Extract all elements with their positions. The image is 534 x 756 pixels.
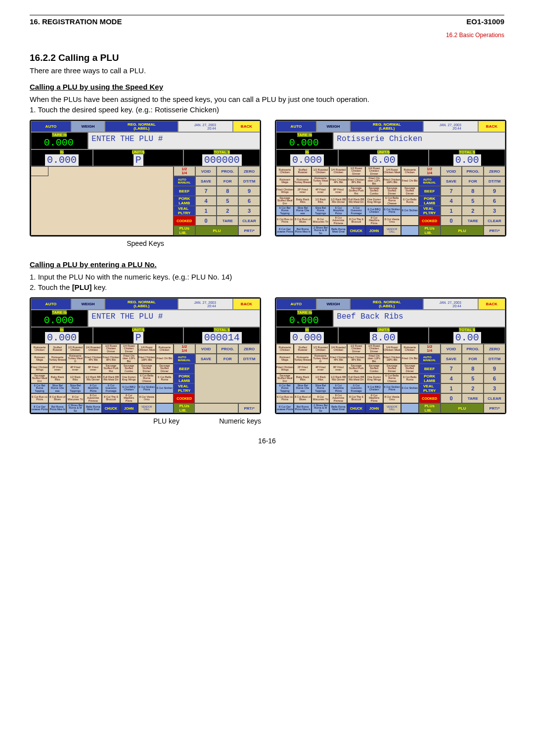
speed-key[interactable]: 6 Cut Sicilian Pizza [138,383,156,393]
speed-key[interactable]: CHUCK [347,226,365,236]
speed-key[interactable]: Rotisserie Chicken [276,166,294,176]
num-7[interactable]: 7 [441,186,462,196]
speed-key[interactable]: Sausage Stuffed Pork Rst [102,364,120,374]
speed-key[interactable]: Fried Chi cken 12Pc Bkt [365,176,383,186]
frac-1-2-button[interactable]: 1/21/4 [174,344,195,354]
speed-key[interactable]: Slice Bel Roma Che ese [48,383,66,393]
speed-key[interactable]: Sausage Stuffed Meal Dnr [276,196,294,206]
speed-key[interactable]: 8 Cut MepStra Pizza [365,393,383,403]
speed-key[interactable]: Sausage Stuffed Pork Rst [102,186,120,196]
num-6[interactable]: 6 [484,196,505,206]
speed-key[interactable]: Fried Chicken 8Pc Bkt [102,176,120,186]
speed-key[interactable]: Rotisserie Chicken [156,344,174,354]
speed-key[interactable]: 8 Cut Viesta Onio [383,393,401,403]
veal-pltry-cat-button[interactable]: VEALPLTRY [174,383,195,393]
speed-key[interactable]: Rotisserie Turkey Breast [294,354,312,364]
tare-button[interactable]: TARE [462,216,484,226]
speed-key[interactable]: 2P Fried inner [294,364,312,374]
weigh-button[interactable]: WEIGH [316,298,350,310]
zero-button[interactable]: ZERO [238,166,260,176]
for-button[interactable]: FOR [462,176,484,186]
speed-key[interactable]: Sausage Stuffed Dinner [138,364,156,374]
speed-key[interactable]: VENDOR CALL [138,226,156,236]
speed-key[interactable]: 1/4 Roast Chicken Meal [383,166,401,176]
speed-key[interactable]: Fried Chicken 4Pc Bkt [84,354,102,364]
for-button[interactable]: FOR [217,176,238,186]
speed-key[interactable]: Slice Bel Roma Toppings [312,383,329,393]
speed-key[interactable]: JOHN [120,403,138,413]
num-4[interactable]: 4 [441,196,462,206]
speed-key[interactable]: Full Rack BB Rib Meal Dn [347,196,365,206]
speed-key[interactable]: Fried Chicken Wings [31,364,48,374]
speed-key[interactable]: Rotisserie Chicken [156,166,174,176]
num-6[interactable]: 6 [238,196,260,206]
back-button[interactable]: BACK [478,298,505,310]
speed-key[interactable]: 6 Cut Sicilian [401,206,419,216]
pork-lamb-cat-button[interactable]: PORKLAMB [174,374,195,383]
speed-key[interactable]: Fried Chi cken 12Pc Bkt [120,176,138,186]
speed-key[interactable]: Slice Bel Roma Toppings [66,383,84,393]
speed-key[interactable]: 8 Cut The 6 Broccoli [347,216,365,226]
num-4[interactable]: 4 [195,374,217,383]
speed-key[interactable]: 8 Cut Bost of Blues [294,216,312,226]
speed-key[interactable]: 8 Cut MepStra Pizza [120,216,138,226]
num-8[interactable]: 8 [217,186,238,196]
num-1[interactable]: 1 [441,383,462,393]
plu-entry-field[interactable]: Beef Back Ribs [333,310,505,327]
speed-key[interactable]: 8 Cut The 6 Broccoli [102,393,120,403]
num-9[interactable]: 9 [484,364,505,374]
speed-key[interactable]: 2 Slices Bel Roma & M So [312,226,329,236]
speed-key[interactable]: 1/4 Roasted Chicken [329,344,347,354]
clear-button[interactable]: CLEAR [238,393,260,403]
speed-key[interactable]: 8 Cut Adosmice Pizzese [84,393,102,403]
speed-key[interactable]: 6 Cut Sicilian [401,383,419,393]
speed-key[interactable]: 6 Cut Bella Roma Cheese [383,196,401,206]
frac-1-2-button[interactable]: 1/21/4 [419,166,441,176]
speed-key[interactable]: 6 Cut Bella Roma [401,374,419,383]
num-2[interactable]: 2 [462,206,484,216]
auto-button[interactable]: AUTO [276,121,316,132]
speed-key[interactable]: 6 Cut BBQ Chicken [365,206,383,216]
speed-key[interactable]: 8 Cut Viesta Onio [138,393,156,403]
speed-key[interactable]: 8P Fried inner [84,186,102,196]
plu-entry-field[interactable]: Rotisserie Chicken [333,132,505,149]
auto-button[interactable]: AUTO [31,121,71,132]
num-3[interactable]: 3 [484,383,505,393]
beef-cat-button[interactable]: BEEF [419,364,441,374]
prt-button[interactable]: PRT/* [238,226,260,236]
speed-key[interactable]: 2P Fried inner [294,186,312,196]
speed-key[interactable]: Rotisserie Turkey Meal D [312,176,329,186]
speed-key[interactable] [401,393,419,403]
speed-key[interactable]: 1/4 Roast Chicken Meal [383,344,401,354]
dt-tm-button[interactable]: DT/TM [238,354,260,364]
speed-key[interactable]: Baby Back Ribs [48,196,66,206]
speed-key[interactable] [156,226,174,236]
void-button[interactable]: VOID [195,344,217,354]
clear-button[interactable]: CLEAR [238,216,260,226]
num-3[interactable]: 3 [484,206,505,216]
save-button[interactable]: SAVE [195,176,217,186]
speed-key[interactable]: 8 Cut Adosmice Pizzese [329,393,347,403]
speed-key[interactable]: 8P Fried inner [329,186,347,196]
speed-key[interactable]: Rotisserie Chicken [401,344,419,354]
speed-key[interactable]: 8 Cut Adosmice Pizzese [329,216,347,226]
speed-key[interactable]: Full Rack BB Rib Meal Dn [102,196,120,206]
num-9[interactable]: 9 [238,186,260,196]
num-8[interactable]: 8 [462,186,484,196]
speed-key[interactable]: Fried Chicken 16Pc Bkt [138,354,156,364]
weigh-button[interactable]: WEIGH [71,298,105,310]
num-6[interactable]: 6 [484,374,505,383]
speed-key[interactable]: CHUCK [102,226,120,236]
prog-button[interactable]: PROG. [462,166,484,176]
speed-key[interactable]: Rotisseri Mega [31,354,48,364]
speed-key[interactable]: 8 Cut Ger ovaese Pizza [31,403,48,413]
num-3[interactable]: 3 [238,383,260,393]
speed-key[interactable]: One Dozen King Wings [365,196,383,206]
speed-key[interactable]: Rotisseri Mega [31,176,48,186]
prog-button[interactable]: PROG. [462,344,484,354]
speed-key[interactable]: 1/2 Roast Chicken Dinner [347,344,365,354]
plus-lib-button[interactable]: PLUsLIB. [174,226,195,236]
auto-button[interactable]: AUTO [31,298,71,310]
speed-key[interactable]: Fried Chicken 8Pc Bkt [102,354,120,364]
speed-key[interactable]: Bel Roma Pizza Mea ls [294,226,312,236]
